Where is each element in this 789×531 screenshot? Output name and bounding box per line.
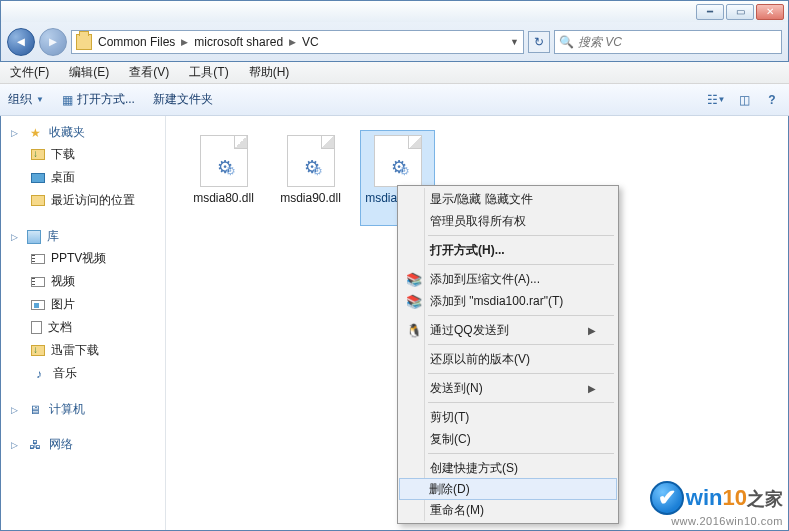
- chevron-right-icon[interactable]: ▶: [289, 37, 296, 47]
- sidebar-item-music[interactable]: ♪音乐: [11, 362, 165, 385]
- organize-label: 组织: [8, 91, 32, 108]
- context-menu-takeown[interactable]: 管理员取得所有权: [400, 210, 616, 232]
- sidebar-item-videos[interactable]: 视频: [11, 270, 165, 293]
- desktop-icon: [31, 173, 45, 183]
- app-icon: ▦: [62, 93, 73, 107]
- context-menu-openwith[interactable]: 打开方式(H)...: [400, 239, 616, 261]
- open-with-label: 打开方式...: [77, 91, 135, 108]
- sidebar-libraries[interactable]: ▷ 库: [11, 226, 165, 247]
- open-with-button[interactable]: ▦ 打开方式...: [62, 91, 135, 108]
- forward-button[interactable]: ►: [39, 28, 67, 56]
- context-menu-label: 复制(C): [430, 431, 471, 448]
- menu-view[interactable]: 查看(V): [125, 62, 173, 83]
- dll-icon: [287, 135, 335, 187]
- refresh-button[interactable]: ↻: [528, 31, 550, 53]
- rar-icon: 📚: [406, 293, 422, 309]
- sidebar-item-recent[interactable]: 最近访问的位置: [11, 189, 165, 212]
- watermark-url: www.2016win10.com: [671, 515, 783, 527]
- folder-icon: [76, 34, 92, 50]
- sidebar-item-downloads[interactable]: 下载: [11, 143, 165, 166]
- chevron-down-icon: ▼: [36, 95, 44, 104]
- address-dropdown-icon[interactable]: ▼: [510, 37, 519, 47]
- address-bar[interactable]: Common Files ▶ microsoft shared ▶ VC ▼: [71, 30, 524, 54]
- file-item[interactable]: msdia90.dll: [273, 130, 348, 226]
- watermark: ✔ win10之家 www.2016win10.com: [650, 481, 783, 527]
- sidebar-label: 网络: [49, 436, 73, 453]
- context-menu-restore[interactable]: 还原以前的版本(V): [400, 348, 616, 370]
- context-menu-label: 添加到 "msdia100.rar"(T): [430, 293, 563, 310]
- context-menu-copy[interactable]: 复制(C): [400, 428, 616, 450]
- sidebar-computer[interactable]: ▷ 🖥 计算机: [11, 399, 165, 420]
- breadcrumb-item[interactable]: VC: [302, 35, 319, 49]
- breadcrumb-item[interactable]: microsoft shared: [194, 35, 283, 49]
- sidebar-item-pptv[interactable]: PPTV视频: [11, 247, 165, 270]
- video-icon: [31, 277, 45, 287]
- context-menu-label: 删除(D): [429, 481, 470, 498]
- menu-file[interactable]: 文件(F): [6, 62, 53, 83]
- collapse-icon: ▷: [11, 405, 21, 415]
- context-menu-label: 创建快捷方式(S): [430, 460, 518, 477]
- context-menu-addrar[interactable]: 📚添加到压缩文件(A)...: [400, 268, 616, 290]
- context-menu-addrarname[interactable]: 📚添加到 "msdia100.rar"(T): [400, 290, 616, 312]
- recent-icon: [31, 195, 45, 206]
- minimize-button[interactable]: ━: [696, 4, 724, 20]
- context-menu-rename[interactable]: 重命名(M): [400, 499, 616, 521]
- sidebar-item-documents[interactable]: 文档: [11, 316, 165, 339]
- collapse-icon: ▷: [11, 128, 21, 138]
- context-menu: 显示/隐藏 隐藏文件管理员取得所有权打开方式(H)...📚添加到压缩文件(A).…: [397, 185, 619, 524]
- context-menu-separator: [428, 453, 614, 454]
- context-menu-shortcut[interactable]: 创建快捷方式(S): [400, 457, 616, 479]
- submenu-arrow-icon: ▶: [588, 325, 596, 336]
- organize-button[interactable]: 组织 ▼: [8, 91, 44, 108]
- context-menu-showhide[interactable]: 显示/隐藏 隐藏文件: [400, 188, 616, 210]
- maximize-button[interactable]: ▭: [726, 4, 754, 20]
- sidebar-network[interactable]: ▷ 🖧 网络: [11, 434, 165, 455]
- sidebar-label: 库: [47, 228, 59, 245]
- search-input[interactable]: [578, 35, 777, 49]
- document-icon: [31, 321, 42, 334]
- back-button[interactable]: ◄: [7, 28, 35, 56]
- menu-edit[interactable]: 编辑(E): [65, 62, 113, 83]
- context-menu-qqsend[interactable]: 🐧通过QQ发送到▶: [400, 319, 616, 341]
- rar-icon: 📚: [406, 271, 422, 287]
- video-icon: [31, 254, 45, 264]
- submenu-arrow-icon: ▶: [588, 383, 596, 394]
- context-menu-label: 还原以前的版本(V): [430, 351, 530, 368]
- context-menu-cut[interactable]: 剪切(T): [400, 406, 616, 428]
- sidebar-item-desktop[interactable]: 桌面: [11, 166, 165, 189]
- menu-help[interactable]: 帮助(H): [245, 62, 294, 83]
- sidebar-item-pictures[interactable]: 图片: [11, 293, 165, 316]
- help-button[interactable]: ?: [763, 91, 781, 109]
- address-row: ◄ ► Common Files ▶ microsoft shared ▶ VC…: [0, 22, 789, 62]
- context-menu-label: 打开方式(H)...: [430, 242, 505, 259]
- context-menu-separator: [428, 235, 614, 236]
- breadcrumb-item[interactable]: Common Files: [98, 35, 175, 49]
- sidebar-favorites[interactable]: ▷ ★ 收藏夹: [11, 122, 165, 143]
- context-menu-delete[interactable]: 删除(D): [399, 478, 617, 500]
- new-folder-button[interactable]: 新建文件夹: [153, 91, 213, 108]
- watermark-badge-icon: ✔: [650, 481, 684, 515]
- dll-icon: [374, 135, 422, 187]
- preview-pane-button[interactable]: ◫: [735, 91, 753, 109]
- dll-icon: [200, 135, 248, 187]
- toolbar: 组织 ▼ ▦ 打开方式... 新建文件夹 ☷ ▼ ◫ ?: [0, 84, 789, 116]
- menu-tools[interactable]: 工具(T): [185, 62, 232, 83]
- search-box[interactable]: 🔍: [554, 30, 782, 54]
- file-item[interactable]: msdia80.dll: [186, 130, 261, 226]
- context-menu-label: 显示/隐藏 隐藏文件: [430, 191, 533, 208]
- downloads-icon: [31, 345, 45, 356]
- context-menu-label: 发送到(N): [430, 380, 483, 397]
- sidebar-item-xunlei[interactable]: 迅雷下载: [11, 339, 165, 362]
- library-icon: [27, 230, 41, 244]
- sidebar-label: 收藏夹: [49, 124, 85, 141]
- file-name: msdia90.dll: [278, 191, 343, 206]
- context-menu-sendto[interactable]: 发送到(N)▶: [400, 377, 616, 399]
- context-menu-label: 通过QQ发送到: [430, 322, 509, 339]
- collapse-icon: ▷: [11, 440, 21, 450]
- chevron-right-icon[interactable]: ▶: [181, 37, 188, 47]
- close-button[interactable]: ✕: [756, 4, 784, 20]
- context-menu-separator: [428, 344, 614, 345]
- context-menu-label: 添加到压缩文件(A)...: [430, 271, 540, 288]
- view-options-button[interactable]: ☷ ▼: [707, 91, 725, 109]
- star-icon: ★: [27, 125, 43, 141]
